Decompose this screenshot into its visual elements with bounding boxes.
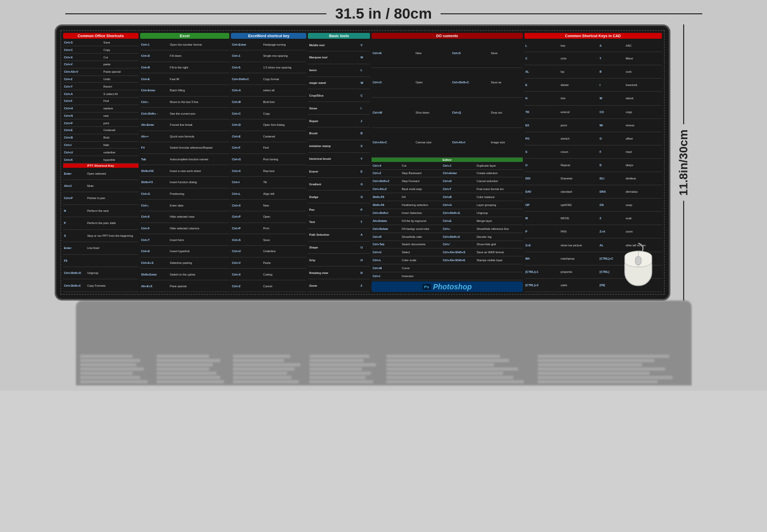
page-wrapper: 31.5 in / 80cm Common Office Shortcuts C…: [0, 0, 767, 391]
ps-text: Photoshop: [433, 282, 472, 291]
section-exceword: ExceWord shortcut key Ctrl+EnterHardpage…: [231, 33, 306, 292]
dim-side-line-top: [683, 24, 684, 124]
cad-header: Common Shortcut Keys in CAD: [524, 33, 662, 39]
main-area: Common Office Shortcuts Ctrl+SSave Ctrl+…: [55, 24, 713, 301]
refl-col-2: [157, 303, 231, 383]
editor-header: Editor: [372, 158, 523, 162]
basic-tools-header: Basic tools: [308, 33, 369, 39]
width-label: 31.5 in / 80cm: [326, 5, 440, 22]
section-cad: Common Shortcut Keys in CAD LlineAARC Cc…: [524, 33, 662, 292]
office-header: Common Office Shortcuts: [63, 33, 139, 39]
do-comments-header: DO cuments: [372, 33, 523, 39]
dim-line-left: [65, 13, 327, 14]
refl-col-6: [537, 303, 687, 383]
mousepad-inner: Common Office Shortcuts Ctrl+SSave Ctrl+…: [61, 30, 665, 295]
svg-rect-3: [635, 256, 641, 265]
exceword-table: Ctrl+EnterHardpage turning Ctrl+1Single …: [231, 39, 306, 292]
excel-table: Ctrl+1Open the number format Ctrl+DFill …: [140, 39, 229, 292]
excel-header: Excel: [140, 33, 229, 39]
exceword-header: ExceWord shortcut key: [231, 33, 306, 39]
ps-logo: Ps Photoshop: [372, 281, 523, 292]
mouse-illustration: [618, 241, 658, 291]
ptt-header: PTT Shortcut Key: [63, 164, 139, 168]
height-label: 11.8in/30cm: [677, 124, 691, 201]
office-table: Ctrl+SSave Ctrl+CCopy Ctrl+XCut Ctrl+Vpa…: [63, 39, 139, 164]
dim-line-right: [441, 13, 702, 14]
editor-table: Ctrl+XCutCtrl+JDuplicate layer Ctrl+ZSte…: [372, 162, 523, 280]
dim-side-line-bottom: [683, 201, 684, 301]
ps-icon: Ps: [423, 284, 431, 290]
basic-tools-table: Mobile toolV Marquee toolM lassoL magic …: [308, 39, 369, 292]
refl-col-1: [80, 303, 155, 383]
dimension-side: 11.8in/30cm: [670, 24, 697, 301]
mousepad: Common Office Shortcuts Ctrl+SSave Ctrl+…: [55, 24, 670, 301]
ptt-table: EnterOpen selected Alt+UMute Ctrl+PPoint…: [63, 168, 139, 292]
do-comments-table: Ctrl+NNew Ctrl+SSave Ctrl+OOpen Ctrl+Shi…: [372, 39, 523, 158]
section-excel: Excel Ctrl+1Open the number format Ctrl+…: [140, 33, 229, 292]
section-office: Common Office Shortcuts Ctrl+SSave Ctrl+…: [63, 33, 139, 292]
section-basic-tools: Basic tools Mobile toolV Marquee toolM l…: [308, 33, 369, 292]
refl-col-5: [386, 303, 536, 383]
section-do-comments: DO cuments Ctrl+NNew Ctrl+SSave Ctrl+OOp…: [372, 33, 523, 292]
dimension-top: 31.5 in / 80cm: [65, 5, 702, 22]
reflection: [76, 301, 692, 385]
refl-col-3: [233, 303, 308, 383]
refl-col-4: [309, 303, 384, 383]
